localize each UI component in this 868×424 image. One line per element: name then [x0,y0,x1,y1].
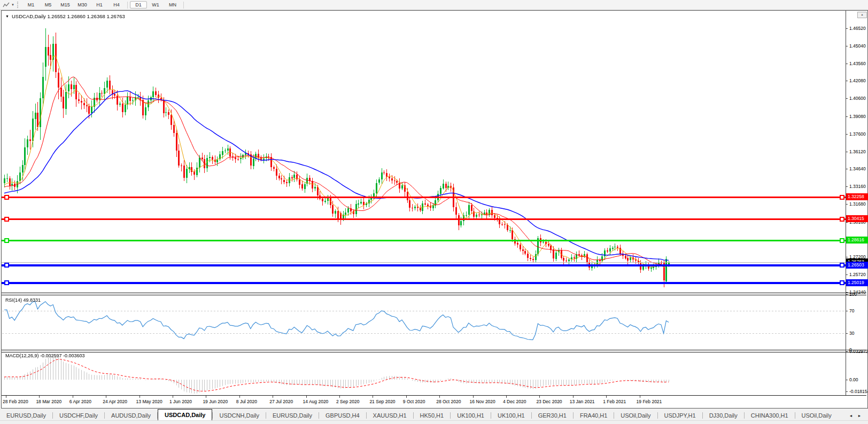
date-label: 9 Oct 2020 [403,399,425,404]
axis-tick [846,169,848,169]
macd-tick-label: 0.00 [849,377,868,382]
date-tick [339,396,340,398]
date-label: 14 Aug 2020 [303,399,329,404]
macd-panel[interactable] [2,351,846,395]
price-tick-label: 1.40600 [849,96,868,101]
tab-hk50-h1[interactable]: HK50,H1 [414,411,451,420]
toolbar-divider [183,2,184,9]
date-tick [606,396,607,398]
horizontal-line-1.30415[interactable] [2,218,846,220]
price-tick-label: 1.33160 [849,184,868,189]
tabs-scroll-right-icon[interactable]: ► [855,412,864,420]
timeframe-button-mn[interactable]: MN [164,1,181,9]
timeframe-button-h1[interactable]: H1 [91,1,108,9]
tab-xauusd-h1[interactable]: XAUUSD,H1 [367,411,413,420]
timeframe-button-m15[interactable]: M15 [57,1,74,9]
date-tick [39,396,40,398]
timeframe-button-w1[interactable]: W1 [147,1,164,9]
axis-tick [846,391,848,392]
horizontal-line-1.25019[interactable] [2,282,846,284]
tab-usoil-daily[interactable]: USOil,Daily [614,411,657,420]
macd-tick-label: 0.032972 [849,349,868,354]
tab-usdchf-daily[interactable]: USDCHF,Daily [53,411,104,420]
tab-usdjpy-h1[interactable]: USDJPY,H1 [658,411,702,420]
timeframe-button-m1[interactable]: M1 [22,1,40,9]
tab-uk100-h1[interactable]: UK100,H1 [451,411,491,420]
date-tick [306,396,307,398]
axis-tick [846,222,848,223]
date-label: 4 Dec 2020 [503,399,526,404]
date-label: 8 Jul 2020 [236,399,257,404]
axis-tick [846,380,848,380]
tab-usdcnh-daily[interactable]: USDCNH,Daily [213,411,266,420]
tab-china300-h1[interactable]: CHINA300,H1 [745,411,795,420]
axis-tick [846,204,848,205]
horizontal-line-1.28616[interactable] [2,240,846,241]
price-chart-panel[interactable] [2,11,846,293]
line-handle[interactable] [4,263,9,268]
date-tick [273,396,273,398]
rsi-tick-label: 70 [849,308,868,313]
timeframe-button-m30[interactable]: M30 [74,1,91,9]
tabs-scroll-left-icon[interactable]: ◄ [847,412,855,420]
rsi-tick-label: 30 [849,331,868,336]
tab-eurusd-daily[interactable]: EURUSD,Daily [0,411,52,420]
macd-label: MACD(12,26,9) -0.002597 -0.003603 [5,353,85,358]
tab-fra40-h1[interactable]: FRA40,H1 [574,411,614,420]
tab-usdcad-daily[interactable]: USDCAD,Daily [158,409,212,420]
date-tick [406,396,407,398]
date-tick [239,396,240,398]
mt4-window: ▼ M1M5M15M30H1H4D1W1MN 1.465201.450401.4… [0,0,868,424]
price-tag-1.25019: 1.25019 [846,279,868,286]
date-tick [206,396,206,398]
axis-tick [846,116,848,117]
axis-tick [846,81,848,81]
line-handle[interactable] [840,195,844,200]
horizontal-line-1.26503[interactable] [2,264,846,266]
date-label: 13 Jan 2021 [570,399,595,404]
tab-eurusd-daily[interactable]: EURUSD,Daily [266,411,319,420]
date-label: 2 Sep 2020 [336,399,359,404]
time-axis[interactable]: 28 Feb 202018 Mar 20206 Apr 202024 Apr 2… [2,395,866,407]
tab-ger30-h1[interactable]: GER30,H1 [532,411,573,420]
price-tick-label: 1.31680 [849,201,868,207]
line-handle[interactable] [4,217,9,222]
tab-audusd-daily[interactable]: AUDUSD,Daily [105,411,157,420]
date-label: 21 Sep 2020 [369,399,395,404]
tab-uk100-h1[interactable]: UK100,H1 [491,411,531,420]
axis-tick [846,257,848,257]
line-handle[interactable] [4,195,9,200]
line-handle[interactable] [840,280,844,285]
date-tick [439,396,440,398]
rsi-panel[interactable] [2,294,846,350]
date-label: 24 Apr 2020 [103,399,127,404]
chart-menu-icon[interactable]: ▼ [5,14,9,18]
tab-usoil-daily[interactable]: USOil,Daily [795,411,838,420]
toolbar-grip[interactable] [17,2,20,8]
axis-tick [846,274,848,275]
date-tick [73,396,73,398]
line-handle[interactable] [840,217,844,222]
chevron-down-icon[interactable]: ▼ [11,3,14,6]
timeframe-button-m5[interactable]: M5 [40,1,57,9]
date-label: 23 Dec 2020 [536,399,562,404]
date-label: 1 Feb 2021 [603,399,626,404]
timeframe-button-h4[interactable]: H4 [108,1,125,9]
tab-dj30-daily[interactable]: DJ30,Daily [703,411,744,420]
line-handle[interactable] [4,238,9,243]
tab-gbpusd-h4[interactable]: GBPUSD,H4 [319,411,366,420]
line-handle[interactable] [4,280,9,285]
axis-tick [846,134,848,135]
date-label: 13 May 2020 [136,399,162,404]
date-label: 27 Jul 2020 [269,399,293,404]
horizontal-line-1.32258[interactable] [2,197,846,198]
axis-tick [846,28,848,29]
axis-tick [846,350,848,350]
chart-scroll-up-button[interactable]: ▲ [857,12,867,18]
line-handle[interactable] [840,238,844,243]
timeframe-button-d1[interactable]: D1 [130,1,147,9]
price-tick-label: 1.43560 [849,61,868,66]
price-tag-1.26503: 1.26503 [846,262,868,269]
line-handle[interactable] [840,263,844,268]
chart-cursor-icon[interactable] [2,1,10,9]
